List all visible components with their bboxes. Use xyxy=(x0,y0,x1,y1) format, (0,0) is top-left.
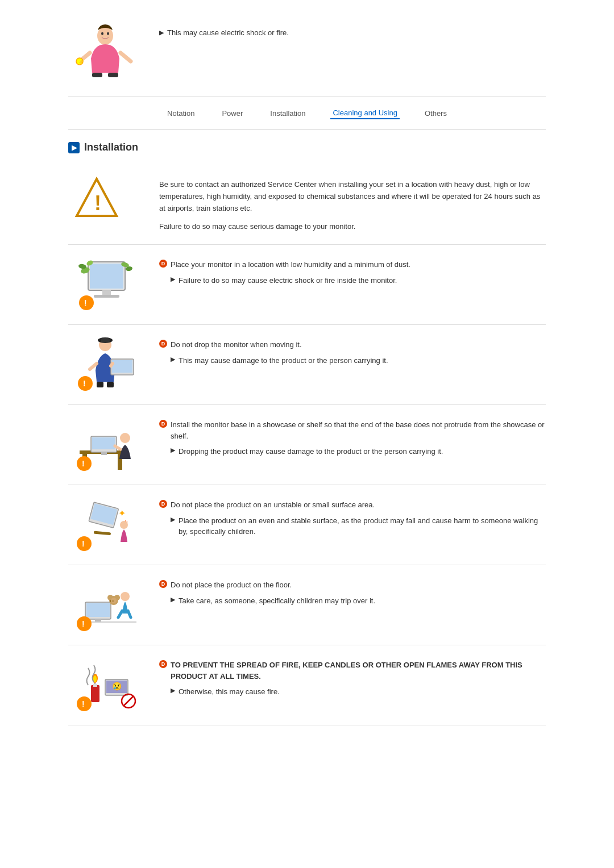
floor-image-wrapper: • • ! xyxy=(74,577,142,633)
caution-icon-drop: D xyxy=(159,340,167,348)
svg-rect-24 xyxy=(97,382,103,387)
svg-rect-54 xyxy=(95,619,101,621)
fire-caution-text: TO PREVENT THE SPREAD OF FIRE, KEEP CAND… xyxy=(171,660,546,682)
warning-item-drop: ! D Do not drop the monitor when moving … xyxy=(68,325,546,405)
svg-text:✦: ✦ xyxy=(118,508,126,518)
caution-icon-dust: D xyxy=(159,260,167,268)
caution-icon-floor: D xyxy=(159,580,167,588)
svg-text:!: ! xyxy=(84,298,87,307)
moving-illustration: ! xyxy=(74,336,139,393)
tab-notation[interactable]: Notation xyxy=(165,108,197,119)
dust-image-wrapper: ! xyxy=(74,256,142,313)
fire-content: D TO PREVENT THE SPREAD OF FIRE, KEEP CA… xyxy=(159,657,546,698)
svg-text:!: ! xyxy=(83,379,86,388)
svg-rect-2 xyxy=(108,73,118,77)
section-icon: ▶ xyxy=(68,142,80,153)
sub-arrow-shelf: ▶ xyxy=(171,446,175,454)
warning-item-unstable: ✦ ★ ! D Do not place the product on an u… xyxy=(68,485,546,565)
unstable-content: D Do not place the product on an unstabl… xyxy=(159,496,546,537)
triangle-warning-icon: ! xyxy=(74,176,119,222)
fire-caution: D TO PREVENT THE SPREAD OF FIRE, KEEP CA… xyxy=(159,660,546,682)
dust-sub: ▶ Failure to do so may cause electric sh… xyxy=(171,275,546,286)
dust-sub-text: Failure to do so may cause electric shoc… xyxy=(179,275,397,286)
dust-content: D Place your monitor in a location with … xyxy=(159,256,546,286)
svg-point-9 xyxy=(107,32,109,35)
fire-sub-text: Otherwise, this may cause fire. xyxy=(179,686,280,698)
svg-line-62 xyxy=(128,611,131,617)
svg-rect-1 xyxy=(92,73,102,77)
monitor-dust-illustration: ! xyxy=(74,256,139,313)
svg-rect-14 xyxy=(102,290,111,295)
svg-text:• •: • • xyxy=(110,599,114,603)
drop-image-col: ! xyxy=(68,336,148,393)
svg-text:!: ! xyxy=(82,619,85,628)
page-wrapper: ⚡ ▶ This may cause electric shock or fir… xyxy=(51,0,563,737)
svg-line-29 xyxy=(90,364,97,369)
tab-others[interactable]: Others xyxy=(422,108,449,119)
top-bullet: ▶ This may cause electric shock or fire. xyxy=(159,28,289,37)
unstable-illustration: ✦ ★ ! xyxy=(74,496,139,553)
shelf-sub-text: Dropping the product may cause damage to… xyxy=(179,446,443,457)
top-bullet-text: This may cause electric shock or fire. xyxy=(167,28,289,37)
nav-tabs: Notation Power Installation Cleaning and… xyxy=(68,97,546,130)
triangle-image-wrapper: ! xyxy=(74,176,142,233)
intro-para2: Failure to do so may cause serious damag… xyxy=(159,221,546,233)
shelf-sub: ▶ Dropping the product may cause damage … xyxy=(171,446,546,457)
svg-rect-15 xyxy=(94,295,119,298)
svg-line-61 xyxy=(118,611,122,617)
sub-arrow-unstable: ▶ xyxy=(171,516,175,523)
shelf-content: D Install the monitor base in a showcase… xyxy=(159,416,546,457)
svg-point-40 xyxy=(120,433,130,443)
intro-content: Be sure to contact an authorized Service… xyxy=(159,176,546,233)
tab-power[interactable]: Power xyxy=(219,108,245,119)
drop-sub: ▶ This may cause damage to the product o… xyxy=(171,355,546,366)
floor-caution-text: Do not place the product on the floor. xyxy=(171,579,292,591)
warning-item-dust: ! D Place your monitor in a location wit… xyxy=(68,245,546,325)
unstable-image-col: ✦ ★ ! xyxy=(68,496,148,553)
svg-point-49 xyxy=(120,521,128,529)
caution-icon-unstable: D xyxy=(159,500,167,508)
top-warning-image: ⚡ xyxy=(68,23,142,80)
tab-installation[interactable]: Installation xyxy=(268,108,308,119)
top-warning-text: ▶ This may cause electric shock or fire. xyxy=(159,23,289,39)
unstable-sub: ▶ Place the product on an even and stabl… xyxy=(171,515,546,537)
drop-caution: D Do not drop the monitor when moving it… xyxy=(159,339,546,350)
svg-point-7 xyxy=(98,27,113,42)
svg-rect-25 xyxy=(107,382,114,387)
svg-rect-53 xyxy=(86,603,110,617)
caution-icon-shelf: D xyxy=(159,420,167,428)
intro-image-col: ! xyxy=(68,176,148,233)
top-warning-section: ⚡ ▶ This may cause electric shock or fir… xyxy=(68,11,546,97)
svg-text:😢: 😢 xyxy=(112,682,122,691)
shelf-image-col: ! xyxy=(68,416,148,473)
svg-rect-13 xyxy=(90,264,123,289)
section-header: ▶ Installation xyxy=(68,141,546,153)
svg-text:!: ! xyxy=(82,459,85,468)
dust-caution-text: Place your monitor in a location with lo… xyxy=(171,259,410,270)
drop-sub-text: This may cause damage to the product or … xyxy=(179,355,388,366)
sub-arrow-drop: ▶ xyxy=(171,356,175,363)
tab-cleaning[interactable]: Cleaning and Using xyxy=(330,107,399,119)
svg-line-28 xyxy=(111,364,113,366)
svg-text:!: ! xyxy=(94,191,101,215)
drop-content: D Do not drop the monitor when moving it… xyxy=(159,336,546,366)
shelf-caution: D Install the monitor base in a showcase… xyxy=(159,419,546,441)
shelf-caution-text: Install the monitor base in a showcase o… xyxy=(171,419,546,441)
svg-rect-31 xyxy=(101,338,110,343)
svg-text:!: ! xyxy=(82,699,85,708)
woman-illustration: ⚡ xyxy=(74,24,136,78)
svg-point-8 xyxy=(101,32,103,35)
sub-arrow-fire: ▶ xyxy=(171,687,175,694)
svg-rect-67 xyxy=(93,684,97,687)
section-title: Installation xyxy=(84,141,138,153)
floor-sub: ▶ Take care, as someone, specifically ch… xyxy=(171,595,546,607)
dust-image-col: ! xyxy=(68,256,148,313)
warning-item-shelf: ! D Install the monitor base in a showca… xyxy=(68,405,546,485)
sub-arrow-dust: ▶ xyxy=(171,276,175,283)
svg-point-60 xyxy=(121,592,130,601)
fire-image-wrapper: 😢 ! xyxy=(74,657,142,713)
svg-rect-38 xyxy=(92,437,115,449)
floor-caution: D Do not place the product on the floor. xyxy=(159,579,546,591)
warning-item-floor: • • ! D Do not place the product on the … xyxy=(68,565,546,645)
svg-rect-46 xyxy=(94,531,111,536)
